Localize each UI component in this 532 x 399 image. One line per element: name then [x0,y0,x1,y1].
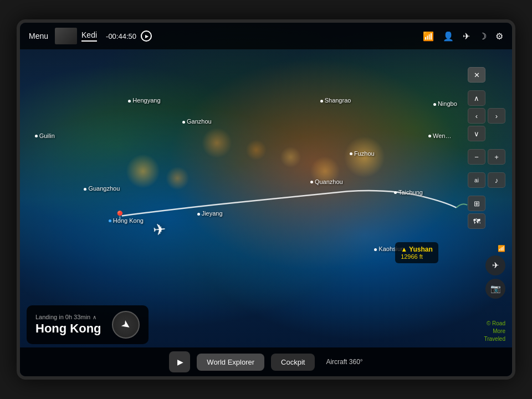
right-controls-panel: ✕ ∧ ‹ › ∨ − + ai ♪ ⊞ 🗺 [468,67,505,229]
play-button-small[interactable] [141,30,152,42]
top-bar-icons: 📶 👤 ✈ ☽ ⚙ [423,31,503,42]
flight-map-screen: ✈ Menu Kedi -00:44:50 📶 👤 ✈ ☽ ⚙ Guilin H… [17,19,515,380]
compass-arrow-icon: ➤ [118,316,134,332]
ai-button[interactable]: ai [468,172,485,188]
landing-info-card: Landing in 0h 33min ∧ Hong Kong ➤ [27,305,149,344]
plane-status-icon[interactable]: ✈ [463,31,470,42]
landing-details: Landing in 0h 33min ∧ Hong Kong [35,314,104,336]
nav-right-button[interactable]: › [488,108,505,124]
bottom-navigation-bar: World Explorer Cockpit Aircraft 360° [20,347,512,376]
close-button[interactable]: ✕ [468,67,485,83]
compass-dial: ➤ [112,311,140,339]
settings-icon[interactable]: ⚙ [495,31,503,42]
chevron-up-icon[interactable]: ∧ [93,314,96,320]
top-navigation-bar: Menu Kedi -00:44:50 📶 👤 ✈ ☽ ⚙ [20,23,512,49]
wifi-label: 📶 [498,245,505,252]
world-explorer-tab[interactable]: World Explorer [197,354,264,371]
aircraft-360-label[interactable]: Aircraft 360° [326,358,362,366]
camera-button[interactable]: 📷 [485,279,505,299]
wifi-icon[interactable]: 📶 [423,31,434,42]
movie-title[interactable]: Kedi [81,30,97,42]
menu-button[interactable]: Menu [29,32,48,40]
play-button-large[interactable] [169,351,190,372]
cockpit-tab[interactable]: Cockpit [271,354,315,371]
map-style-button[interactable]: 🗺 [468,213,485,229]
aircraft-view-button[interactable]: ✈ [485,255,505,275]
now-playing-info: Kedi -00:44:50 [55,28,232,44]
movie-thumbnail[interactable] [55,28,77,44]
nav-up-button[interactable]: ∧ [468,90,485,106]
audio-button[interactable]: ♪ [488,172,505,188]
nav-left-button[interactable]: ‹ [468,108,485,124]
zoom-out-button[interactable]: − [468,149,485,165]
destination-city: Hong Kong [35,321,104,336]
bottom-right-controls: 📶 ✈ 📷 [485,245,505,299]
nav-down-button[interactable]: ∨ [468,126,485,141]
movie-time-remaining: -00:44:50 [106,32,136,40]
moon-icon[interactable]: ☽ [479,31,487,42]
layers-button[interactable]: ⊞ [468,196,485,211]
landing-time: Landing in 0h 33min ∧ [35,314,104,320]
person-icon[interactable]: 👤 [443,31,454,42]
zoom-in-button[interactable]: + [488,149,505,165]
